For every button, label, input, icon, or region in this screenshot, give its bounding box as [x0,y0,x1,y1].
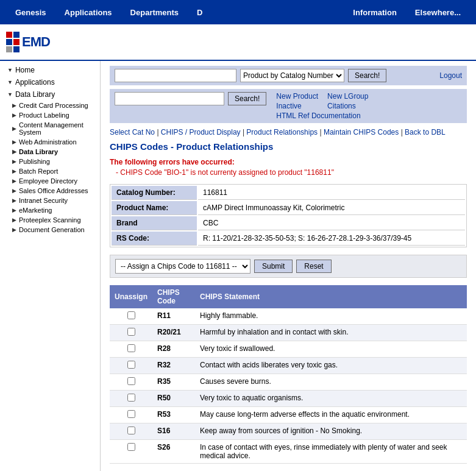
page-title: CHIPS Codes - Product Relationships [110,141,467,152]
unassign-checkbox[interactable] [127,328,135,336]
nav-d[interactable]: D [188,8,211,17]
catalog-value: 116811 [198,186,465,200]
inactive-link[interactable]: Inactive [276,102,318,110]
reset-button[interactable]: Reset [296,260,331,273]
catalog-label: Catalog Number: [112,186,197,200]
html-ref-link[interactable]: HTML Ref Documentation [276,112,368,120]
arrow-icon: ▶ [12,207,16,213]
sidebar-item-employee-directory[interactable]: ▶ Employee Directory [0,176,100,186]
chips-code-cell: R35 [152,374,195,391]
nav-information[interactable]: Information [344,8,406,17]
chips-table: Unassign CHIPS Code CHIPS Statement R11H… [110,285,467,464]
table-row: R32Contact with acids liberates very tox… [110,358,467,374]
catalog-search-input[interactable] [115,69,236,82]
arrow-icon: ▶ [12,217,16,223]
sidebar-item-data-library[interactable]: ▼ Data Library [0,88,100,101]
chips-code-cell: R20/21 [152,325,195,341]
brand-label: Brand [112,216,197,230]
chips-statement-cell: May cause long-term adverse effects in t… [195,407,467,423]
top-nav-bar: Genesis Applications Departments D Infor… [0,0,476,24]
arrow-icon: ▶ [12,168,16,174]
logo-bar: EMD [0,24,476,61]
sidebar-item-cms[interactable]: ▶ Content Management System [0,120,100,137]
arrow-icon: ▶ [12,178,16,184]
chips-code-cell: R32 [152,358,195,374]
unassign-checkbox[interactable] [127,410,135,418]
emd-logo: EMD [6,32,50,52]
chips-code-cell: S26 [152,440,195,464]
arrow-icon: ▶ [12,158,16,165]
unassign-checkbox[interactable] [127,377,135,385]
sidebar-item-proteeplex[interactable]: ▶ Proteeplex Scanning [0,215,100,225]
table-row: S16Keep away from sources of ignition - … [110,423,467,440]
table-row: R53May cause long-term adverse effects i… [110,407,467,423]
col-header-unassign: Unassign [110,285,152,308]
breadcrumb-back-dbl[interactable]: Back to DBL [405,128,446,136]
arrow-icon: ▶ [12,112,16,118]
nav-departments[interactable]: Departments [121,8,188,17]
unassign-checkbox[interactable] [127,427,135,434]
sidebar-item-web-admin[interactable]: ▶ Web Administration [0,137,100,147]
unassign-checkbox[interactable] [127,443,135,451]
main-content: Product by Catalog Number Product by Nam… [101,61,476,471]
nav-elsewhere[interactable]: Elsewhere... [406,8,470,17]
arrow-icon: ▼ [7,67,13,73]
search-top-bar: Product by Catalog Number Product by Nam… [110,66,467,85]
chips-code-cell: R50 [152,391,195,407]
new-product-link[interactable]: New Product [276,92,318,101]
chips-statement-cell: Harmful by inhalation and in contact wit… [195,325,467,341]
breadcrumb-product-rel[interactable]: Product Relationships [246,128,318,136]
breadcrumb-maintain-chips[interactable]: Maintain CHIPS Codes [324,128,399,136]
search-button[interactable]: Search! [348,69,386,82]
arrow-icon: ▼ [7,79,13,85]
logout-link[interactable]: Logout [439,71,462,80]
sidebar-item-credit-card[interactable]: ▶ Credit Card Processing [0,101,100,110]
assign-area: -- Assign a Chips Code to 116811 -- Subm… [110,255,467,278]
table-row: R50Very toxic to aquatic organisms. [110,391,467,407]
sidebar-item-product-labeling[interactable]: ▶ Product Labeling [0,110,100,120]
arrow-icon: ▶ [12,197,16,204]
table-row: R35Causes severe burns. [110,374,467,391]
submit-button[interactable]: Submit [254,260,293,273]
rs-code-label: RS Code: [112,232,197,246]
chips-statement-cell: Contact with acids liberates very toxic … [195,358,467,374]
arrow-icon: ▶ [12,126,16,132]
product-name-label: Product Name: [112,201,197,215]
nav-applications[interactable]: Applications [55,8,121,17]
sidebar-item-intranet-security[interactable]: ▶ Intranet Security [0,196,100,205]
sidebar-item-home[interactable]: ▼ Home [0,64,100,76]
breadcrumb-chips-display[interactable]: CHIPS / Product Display [161,128,241,136]
assign-chips-dropdown[interactable]: -- Assign a Chips Code to 116811 -- [115,259,250,274]
search-type-dropdown[interactable]: Product by Catalog Number Product by Nam… [240,69,344,82]
unassign-checkbox[interactable] [127,394,135,402]
sidebar-item-applications[interactable]: ▼ Applications [0,76,100,88]
table-row: S26In case of contact with eyes, rinse i… [110,440,467,464]
unassign-checkbox[interactable] [127,311,135,319]
search-input-2[interactable] [115,92,224,105]
product-info-table: Catalog Number: 116811 Product Name: cAM… [110,184,467,247]
logo-icon [6,32,20,52]
sidebar-item-document-gen[interactable]: ▶ Document Generation [0,225,100,235]
sidebar-item-sales-office[interactable]: ▶ Sales Office Addresses [0,186,100,196]
new-lgroup-link[interactable]: New LGroup [327,92,368,101]
table-row: R11Highly flammable. [110,308,467,325]
chips-code-cell: R28 [152,341,195,358]
nav-genesis[interactable]: Genesis [6,8,55,17]
arrow-icon: ▼ [7,91,13,97]
quick-links: New Product New LGroup Inactive Citation… [276,92,368,120]
breadcrumb-select-cat[interactable]: Select Cat No [110,128,155,136]
search-bar2: Search! New Product New LGroup Inactive … [110,89,467,123]
citations-link[interactable]: Citations [327,102,368,110]
chips-statement-cell: Causes severe burns. [195,374,467,391]
col-header-chips-code: CHIPS Code [152,285,195,308]
unassign-checkbox[interactable] [127,361,135,369]
sidebar-item-batch-report[interactable]: ▶ Batch Report [0,166,100,176]
layout: ▼ Home ▼ Applications ▼ Data Library ▶ C… [0,61,476,471]
brand-value: CBC [198,216,465,230]
unassign-checkbox[interactable] [127,344,135,352]
sidebar-item-publishing[interactable]: ▶ Publishing [0,157,100,166]
search-button-2[interactable]: Search! [228,92,266,105]
sidebar-item-emarketing[interactable]: ▶ eMarketing [0,205,100,215]
chips-code-cell: R53 [152,407,195,423]
sidebar-item-data-library-sub[interactable]: ▶ Data Library [0,147,100,157]
